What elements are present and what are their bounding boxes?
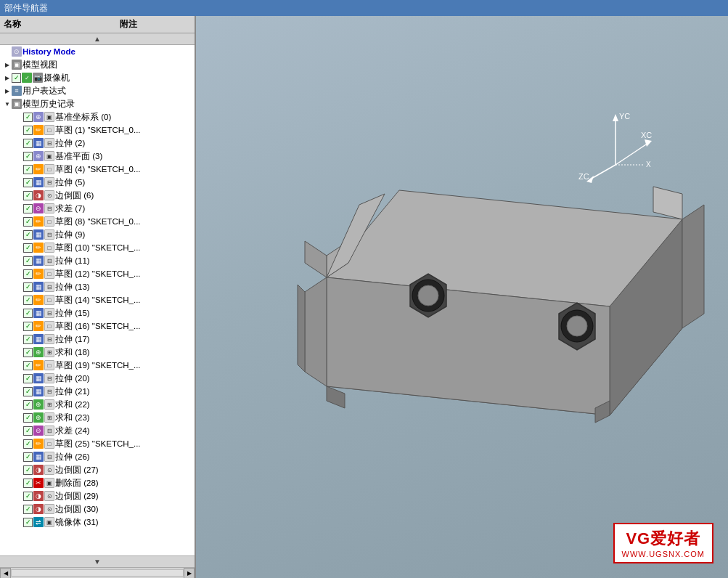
checkbox-icon[interactable] [23,413,33,423]
checkbox-icon[interactable] [23,505,33,514]
svg-marker-6 [682,205,704,328]
h-scrollbar: ◀ ▶ [0,567,195,578]
tree-item[interactable]: ✏□草图 (16) "SKETCH_... [0,319,195,333]
tree-item[interactable]: ◑⊙边倒圆 (6) [0,189,195,202]
checkbox-icon[interactable] [23,309,33,318]
feature-icon2: 📷 [33,73,43,83]
checkbox-icon[interactable] [23,439,33,449]
feature-icon: ▦ [33,138,44,148]
svg-marker-17 [327,386,345,408]
tree-item[interactable]: ⊕⊞求和 (18) [0,346,195,359]
checkbox-icon[interactable] [23,492,33,501]
h-scroll-right-btn[interactable]: ▶ [184,568,195,579]
tree-item[interactable]: ◑⊙边倒圆 (27) [0,463,195,476]
checkbox-icon[interactable] [23,518,33,527]
tree-item[interactable]: ▦⊟拉伸 (26) [0,450,195,463]
checkbox-icon[interactable] [23,269,33,279]
checkbox-icon[interactable] [23,165,33,174]
checkbox-icon[interactable] [23,243,33,253]
tree-item[interactable]: ▼▣模型历史记录 [0,97,195,110]
expander-icon[interactable]: ▶ [3,86,12,95]
feature-icon2: ⊟ [44,229,54,240]
checkbox-icon[interactable] [23,113,33,122]
checkbox-icon[interactable] [23,335,33,344]
tree-item[interactable]: ✏□草图 (14) "SKETCH_... [0,293,195,306]
item-label: 删除面 (28) [55,478,99,489]
checkbox-icon[interactable] [23,217,33,227]
feature-icon2: □ [44,321,54,331]
tree-item[interactable]: ▦⊟拉伸 (13) [0,280,195,293]
svg-marker-5 [298,285,305,372]
feature-icon2: □ [44,125,54,135]
tree-item[interactable]: ▶≡用户表达式 [0,84,195,97]
tree-item[interactable]: ▦⊟拉伸 (21) [0,385,195,398]
checkbox-icon[interactable] [23,126,33,135]
checkbox-icon[interactable] [23,322,33,331]
checkbox-icon[interactable] [23,452,33,462]
tree-item[interactable]: ✏□草图 (8) "SKETCH_0... [0,215,195,228]
panel-content[interactable]: ⊙History Mode▶▣模型视图▶✓📷摄像机▶≡用户表达式▼▣模型历史记录… [0,45,195,555]
tree-item[interactable]: ⇌▣镜像体 (31) [0,516,195,529]
tree-scroll-down[interactable]: ▼ [0,555,195,567]
checkbox-icon[interactable] [23,230,33,240]
tree-item[interactable]: ▦⊟拉伸 (9) [0,228,195,241]
h-scroll-left-btn[interactable]: ◀ [0,568,11,579]
feature-icon: ▣ [12,60,22,70]
tree-item[interactable]: ▦⊟拉伸 (2) [0,137,195,150]
tree-item[interactable]: ◑⊙边倒圆 (30) [0,502,195,516]
svg-marker-8 [305,241,327,277]
checkbox-icon[interactable] [23,152,33,161]
checkbox-icon[interactable] [23,465,33,475]
checkbox-icon[interactable] [23,479,33,488]
tree-item[interactable]: ⊕⊞求和 (23) [0,411,195,424]
checkbox-icon[interactable] [23,139,33,148]
svg-text:ZC: ZC [578,172,589,181]
checkbox-icon[interactable] [23,204,33,213]
tree-item[interactable]: ⊕▣基准坐标系 (0) [0,110,195,123]
tree-item[interactable]: ◑⊙边倒圆 (29) [0,489,195,502]
viewport[interactable]: YC XC ZC X VG爱好者 WWW.UGSNX.COM [196,16,728,578]
checkbox-icon[interactable] [23,361,33,370]
expander-icon[interactable]: ▶ [3,73,12,82]
checkbox-icon[interactable] [23,374,33,383]
tree-item[interactable]: ✏□草图 (19) "SKETCH_... [0,359,195,372]
checkbox-icon[interactable] [23,426,33,436]
feature-icon: ▦ [33,282,44,292]
tree-scroll-up[interactable]: ▲ [0,33,195,45]
tree-item[interactable]: ▦⊟拉伸 (17) [0,333,195,346]
tree-item[interactable]: ⊕▣基准平面 (3) [0,150,195,163]
checkbox-icon[interactable] [23,178,33,187]
checkbox-icon[interactable] [23,256,33,266]
tree-item[interactable]: ▦⊟拉伸 (15) [0,306,195,319]
tree-item[interactable]: ⊙History Mode [0,45,195,58]
feature-icon: ⊕ [33,151,44,161]
tree-item[interactable]: ✂▣删除面 (28) [0,476,195,489]
tree-item[interactable]: ▦⊟拉伸 (11) [0,254,195,267]
tree-item[interactable]: ✏□草图 (1) "SKETCH_0... [0,123,195,137]
svg-marker-4 [305,277,327,386]
checkbox-icon[interactable] [23,348,33,357]
tree-item[interactable]: ⊖⊟求差 (24) [0,424,195,437]
tree-item[interactable]: ⊖⊟求差 (7) [0,202,195,215]
checkbox-icon[interactable] [23,387,33,396]
expander-icon[interactable]: ▼ [3,99,12,108]
tree-item[interactable]: ▶✓📷摄像机 [0,71,195,84]
coord-axis: YC XC ZC X [576,110,655,183]
tree-item[interactable]: ⊕⊞求和 (22) [0,398,195,411]
tree-item[interactable]: ▶▣模型视图 [0,58,195,71]
feature-icon2: ⊙ [44,491,54,501]
checkbox-icon[interactable] [23,282,33,292]
tree-item[interactable]: ✏□草图 (12) "SKETCH_... [0,267,195,280]
checkbox-icon[interactable] [23,400,33,410]
expander-icon[interactable]: ▶ [3,60,12,69]
feature-icon: ≡ [12,86,22,96]
tree-item[interactable]: ✏□草图 (4) "SKETCH_0... [0,163,195,176]
tree-item[interactable]: ▦⊟拉伸 (5) [0,176,195,189]
tree-item[interactable]: ▦⊟拉伸 (20) [0,372,195,385]
item-label: 拉伸 (13) [55,282,90,293]
tree-item[interactable]: ✏□草图 (25) "SKETCH_... [0,437,195,450]
feature-icon: ✏ [33,164,44,174]
checkbox-icon[interactable] [23,296,33,305]
checkbox-icon[interactable] [23,191,33,200]
tree-item[interactable]: ✏□草图 (10) "SKETCH_... [0,241,195,254]
